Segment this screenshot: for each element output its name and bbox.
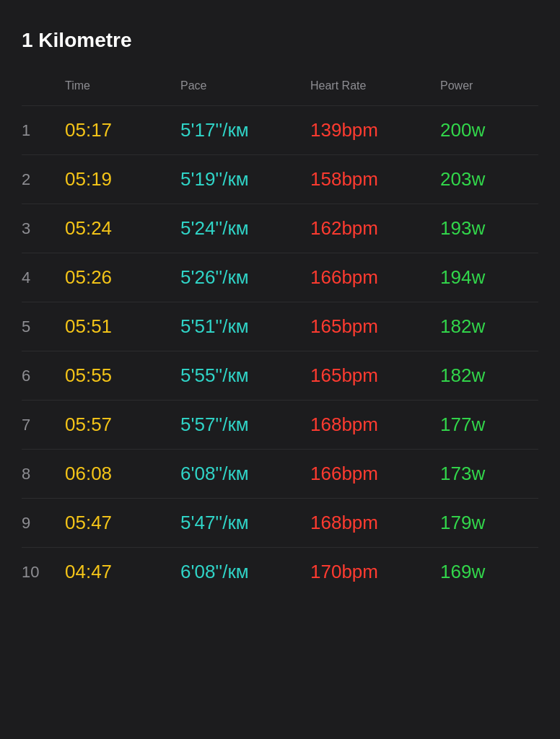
- table-row: 5 05:51 5'51''/км 165bpm 182w: [22, 302, 538, 351]
- table-row: 6 05:55 5'55''/км 165bpm 182w: [22, 351, 538, 400]
- cell-index-1: 1: [22, 121, 65, 140]
- cell-index-3: 3: [22, 219, 65, 238]
- cell-hr-7: 168bpm: [310, 414, 440, 436]
- cell-hr-4: 166bpm: [310, 266, 440, 289]
- cell-time-6: 05:55: [65, 364, 180, 387]
- cell-power-2: 203w: [440, 168, 541, 191]
- header-heartrate: Heart Rate: [310, 79, 440, 92]
- main-container: 1 Kilometre Time Pace Heart Rate Power 1…: [0, 0, 560, 618]
- cell-power-4: 194w: [440, 266, 541, 289]
- cell-time-3: 05:24: [65, 217, 180, 240]
- page-title: 1 Kilometre: [22, 29, 538, 52]
- cell-pace-8: 6'08''/км: [180, 463, 310, 485]
- cell-time-5: 05:51: [65, 315, 180, 338]
- cell-time-1: 05:17: [65, 119, 180, 141]
- cell-time-10: 04:47: [65, 561, 180, 583]
- header-time: Time: [65, 79, 180, 92]
- cell-index-2: 2: [22, 170, 65, 189]
- cell-index-9: 9: [22, 514, 65, 533]
- cell-time-4: 05:26: [65, 266, 180, 289]
- table-row: 10 04:47 6'08''/км 170bpm 169w: [22, 547, 538, 596]
- cell-pace-5: 5'51''/км: [180, 315, 310, 338]
- cell-power-9: 179w: [440, 512, 541, 534]
- cell-hr-5: 165bpm: [310, 315, 440, 338]
- table-row: 4 05:26 5'26''/км 166bpm 194w: [22, 253, 538, 302]
- cell-power-1: 200w: [440, 119, 541, 141]
- cell-pace-1: 5'17''/км: [180, 119, 310, 141]
- cell-hr-10: 170bpm: [310, 561, 440, 583]
- cell-hr-1: 139bpm: [310, 119, 440, 141]
- cell-hr-3: 162bpm: [310, 217, 440, 240]
- header-index: [22, 79, 65, 92]
- cell-power-5: 182w: [440, 315, 541, 338]
- cell-pace-9: 5'47''/км: [180, 512, 310, 534]
- cell-power-8: 173w: [440, 463, 541, 485]
- table-body: 1 05:17 5'17''/км 139bpm 200w 2 05:19 5'…: [22, 105, 538, 596]
- cell-index-10: 10: [22, 563, 65, 582]
- cell-time-7: 05:57: [65, 414, 180, 436]
- cell-pace-4: 5'26''/км: [180, 266, 310, 289]
- cell-hr-2: 158bpm: [310, 168, 440, 191]
- table-row: 8 06:08 6'08''/км 166bpm 173w: [22, 449, 538, 498]
- cell-pace-3: 5'24''/км: [180, 217, 310, 240]
- cell-time-9: 05:47: [65, 512, 180, 534]
- table-row: 7 05:57 5'57''/км 168bpm 177w: [22, 400, 538, 449]
- table-row: 2 05:19 5'19''/км 158bpm 203w: [22, 154, 538, 204]
- cell-power-3: 193w: [440, 217, 541, 240]
- cell-hr-6: 165bpm: [310, 364, 440, 387]
- cell-power-6: 182w: [440, 364, 541, 387]
- cell-pace-10: 6'08''/км: [180, 561, 310, 583]
- cell-power-7: 177w: [440, 414, 541, 436]
- cell-pace-7: 5'57''/км: [180, 414, 310, 436]
- cell-index-8: 8: [22, 465, 65, 484]
- cell-index-4: 4: [22, 268, 65, 287]
- cell-pace-2: 5'19''/км: [180, 168, 310, 191]
- cell-time-2: 05:19: [65, 168, 180, 191]
- header-power: Power: [440, 79, 541, 92]
- cell-time-8: 06:08: [65, 463, 180, 485]
- cell-hr-8: 166bpm: [310, 463, 440, 485]
- cell-index-7: 7: [22, 416, 65, 434]
- header-pace: Pace: [180, 79, 310, 92]
- cell-pace-6: 5'55''/км: [180, 364, 310, 387]
- table-row: 1 05:17 5'17''/км 139bpm 200w: [22, 105, 538, 154]
- table-row: 9 05:47 5'47''/км 168bpm 179w: [22, 498, 538, 547]
- table-header: Time Pace Heart Rate Power: [22, 74, 538, 102]
- cell-index-5: 5: [22, 318, 65, 336]
- cell-hr-9: 168bpm: [310, 512, 440, 534]
- cell-index-6: 6: [22, 367, 65, 385]
- cell-power-10: 169w: [440, 561, 541, 583]
- table-row: 3 05:24 5'24''/км 162bpm 193w: [22, 204, 538, 253]
